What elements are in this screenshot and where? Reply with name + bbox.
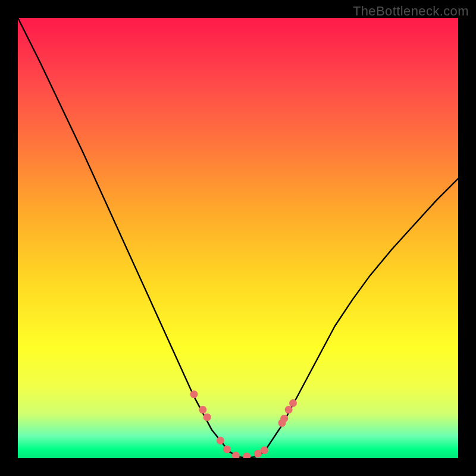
highlight-dot [190,390,198,398]
highlight-dot [280,415,288,422]
highlight-dot [254,450,262,458]
highlight-dot [278,419,286,427]
highlight-dot [232,452,240,458]
chart-frame: TheBottleneck.com [0,0,476,476]
plot-area [18,18,458,458]
highlight-dot [285,406,293,414]
highlight-dot [243,453,250,459]
highlight-dot [261,446,268,454]
curve-layer [18,18,458,458]
highlight-dot [289,399,297,407]
watermark-text: TheBottleneck.com [353,4,469,19]
highlight-dot [223,446,231,453]
highlight-dot [203,414,211,421]
bottleneck-curve [18,18,458,458]
highlight-dot [199,406,206,414]
highlight-dot [217,437,224,444]
